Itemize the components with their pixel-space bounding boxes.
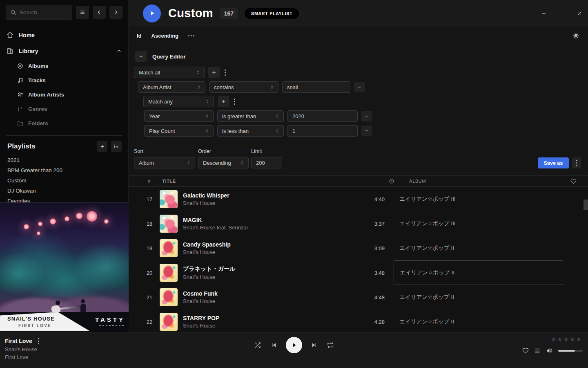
- add-playlist-button[interactable]: [97, 141, 107, 152]
- repeat-button[interactable]: [327, 341, 334, 349]
- unfold-chevrons-icon: [186, 160, 191, 165]
- order-select[interactable]: Descending: [198, 157, 249, 168]
- album-cell[interactable]: エイリアン☆ポップ II: [394, 260, 563, 285]
- sidebar-item-albums[interactable]: Albums: [17, 59, 128, 73]
- track-artist[interactable]: Snail's House feat. Sennzai: [183, 224, 360, 231]
- now-playing-title[interactable]: First Love: [5, 338, 32, 344]
- search-icon: [10, 9, 16, 16]
- sort-select[interactable]: Album: [134, 157, 195, 168]
- sidebar-item-album-artists[interactable]: Album Artists: [17, 88, 128, 102]
- search-input[interactable]: [20, 9, 65, 16]
- minimize-button[interactable]: [541, 11, 546, 16]
- rule-operator-select[interactable]: contains: [209, 81, 278, 93]
- track-artist[interactable]: Snail's House: [183, 323, 360, 329]
- unfold-chevrons-icon: [275, 114, 280, 119]
- sidebar-item-home[interactable]: Home: [0, 27, 128, 43]
- match-select[interactable]: Match any: [143, 96, 214, 107]
- now-playing-options-icon[interactable]: [38, 338, 39, 344]
- now-playing-album[interactable]: First Love: [5, 354, 39, 360]
- sort-field-button[interactable]: Id: [137, 33, 142, 39]
- lantern-glow: [50, 218, 56, 224]
- lantern-glow: [65, 216, 69, 221]
- more-options-icon[interactable]: [188, 35, 194, 36]
- sidebar-item-library[interactable]: Library: [0, 43, 128, 59]
- album-art-thumb: [160, 190, 178, 208]
- header-album[interactable]: ALBUM: [403, 176, 570, 186]
- menu-button[interactable]: [76, 6, 89, 19]
- track-artist[interactable]: Snail's House: [183, 249, 360, 255]
- album-cell[interactable]: エイリアン☆ポップ II: [394, 236, 563, 260]
- group-options-icon[interactable]: [234, 99, 235, 105]
- table-row[interactable]: 19 Candy Spaceship Snail's House 3:09 エイ…: [129, 236, 588, 260]
- rule-field-select[interactable]: Play Count: [144, 125, 214, 137]
- rule-value-input[interactable]: [287, 125, 358, 137]
- rule-value-input[interactable]: [287, 110, 358, 122]
- queue-icon[interactable]: [534, 348, 541, 354]
- track-number: 22: [139, 319, 160, 325]
- rating-stars[interactable]: ★★★★★: [551, 336, 582, 343]
- track-artist[interactable]: Snail's House: [183, 298, 360, 304]
- album-cell[interactable]: エイリアン☆ポップ III: [394, 211, 563, 236]
- collapse-chevron-icon[interactable]: [116, 48, 122, 54]
- favorite-heart-icon[interactable]: [522, 348, 529, 354]
- save-as-button[interactable]: Save as: [538, 157, 569, 168]
- maximize-button[interactable]: [559, 11, 564, 16]
- match-select[interactable]: Match all: [134, 67, 205, 78]
- sidebar-item-folders[interactable]: Folders: [17, 116, 128, 130]
- collapse-query-editor-button[interactable]: [135, 51, 147, 62]
- rule-operator-select[interactable]: is less than: [217, 125, 284, 137]
- playlist-item[interactable]: BPM Greater than 200: [0, 165, 128, 175]
- sidebar-item-genres[interactable]: Genres: [17, 102, 128, 116]
- track-artist[interactable]: Snail's House: [183, 274, 360, 280]
- album-cell[interactable]: エイリアン☆ポップ II: [394, 285, 563, 310]
- add-rule-button[interactable]: [218, 96, 229, 107]
- favorite-heart-icon[interactable]: [570, 178, 577, 184]
- now-playing-album-art: SNAIL'S HOUSE FIRST LOVE TASTY: [0, 202, 129, 331]
- sort-direction-button[interactable]: Ascending: [151, 33, 178, 39]
- nav-forward-button[interactable]: [109, 6, 122, 19]
- playlist-options-button[interactable]: [111, 141, 122, 152]
- add-rule-button[interactable]: [208, 67, 220, 78]
- shuffle-button[interactable]: [254, 341, 261, 349]
- previous-track-button[interactable]: [270, 342, 277, 348]
- play-pause-button[interactable]: [286, 337, 302, 353]
- group-options-icon[interactable]: [225, 70, 226, 76]
- album-cell[interactable]: エイリアン☆ポップ II: [394, 310, 563, 332]
- header-title[interactable]: TITLE: [162, 179, 176, 184]
- table-row[interactable]: 22 STARRY POP Snail's House 4:28 エイリアン☆ポ…: [129, 310, 588, 332]
- table-row[interactable]: 20 プラネット・ガール Snail's House 3:48 エイリアン☆ポッ…: [129, 260, 588, 285]
- sidebar-item-tracks[interactable]: Tracks: [17, 73, 128, 88]
- close-button[interactable]: [577, 11, 582, 16]
- table-row[interactable]: 21 Cosmo Funk Snail's House 4:48 エイリアン☆ポ…: [129, 285, 588, 310]
- play-playlist-button[interactable]: [143, 4, 161, 22]
- rule-operator-select[interactable]: is greater than: [217, 110, 284, 122]
- limit-input[interactable]: [251, 157, 282, 168]
- rule-field-select[interactable]: Album Artist: [138, 81, 205, 93]
- rule-field-select[interactable]: Year: [144, 110, 214, 122]
- track-list: 17 Galactic Whisper Snail's House 4:40 エ…: [129, 187, 588, 332]
- now-playing-artist[interactable]: Snail's House: [5, 346, 39, 352]
- table-row[interactable]: 17 Galactic Whisper Snail's House 4:40 エ…: [129, 187, 588, 211]
- album-cell[interactable]: エイリアン☆ポップ III: [394, 187, 563, 211]
- remove-rule-button[interactable]: [361, 111, 372, 121]
- rule-value-input[interactable]: [282, 81, 350, 93]
- next-track-button[interactable]: [311, 342, 318, 348]
- playlist-item[interactable]: Custom: [0, 175, 128, 186]
- header-number[interactable]: #: [139, 179, 159, 184]
- remove-rule-button[interactable]: [354, 82, 365, 92]
- playlist-item[interactable]: 2021: [0, 155, 128, 165]
- gear-icon[interactable]: [572, 32, 579, 39]
- track-album: エイリアン☆ポップ II: [400, 269, 454, 276]
- track-artist[interactable]: Snail's House: [183, 200, 360, 206]
- playlist-item[interactable]: DJ Okawari: [0, 186, 128, 196]
- remove-rule-button[interactable]: [361, 126, 372, 136]
- volume-slider[interactable]: [558, 350, 583, 352]
- table-row[interactable]: 18 MAGIK Snail's House feat. Sennzai 3:3…: [129, 211, 588, 236]
- scrollbar-thumb[interactable]: [584, 200, 588, 210]
- duration-clock-icon[interactable]: [370, 178, 394, 184]
- search-box[interactable]: [6, 5, 72, 20]
- nav-back-button[interactable]: [93, 6, 106, 19]
- save-options-button[interactable]: [572, 157, 581, 168]
- unfold-chevrons-icon: [205, 99, 210, 104]
- volume-icon[interactable]: [546, 347, 553, 354]
